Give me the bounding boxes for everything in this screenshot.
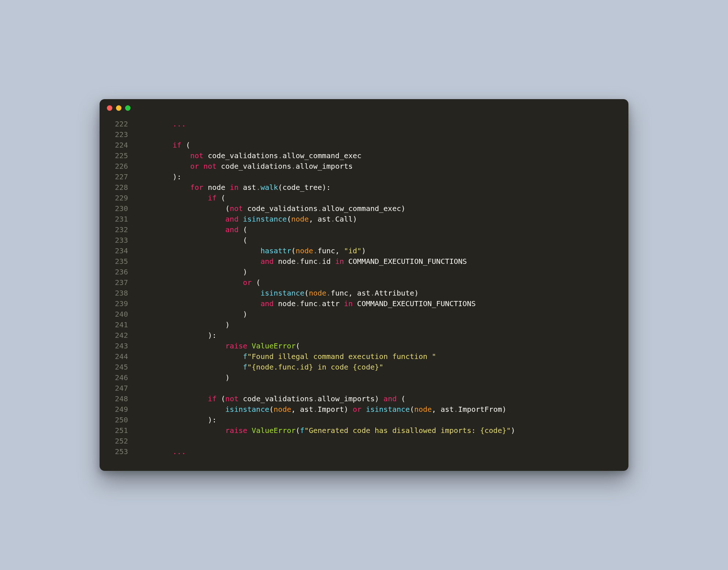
line-number: 243 (106, 341, 138, 351)
token-param: node (309, 289, 326, 297)
line-number: 223 (106, 129, 138, 140)
code-line: 222 ... (106, 119, 618, 129)
token-keyword: in (335, 257, 344, 266)
code-line: 251 raise ValueError(f"Generated code ha… (106, 425, 618, 436)
code-line: 238 isinstance(node.func, ast.Attribute) (106, 288, 618, 298)
window-minimize-icon[interactable] (116, 105, 121, 111)
token-default: ( (305, 289, 309, 297)
token-keyword: if (208, 394, 217, 403)
code-content: ): (138, 330, 618, 341)
token-default (361, 405, 366, 414)
token-class: ValueError (252, 341, 295, 350)
code-content: f"{node.func.id} in code {code}" (138, 362, 618, 372)
token-keyword: and (383, 394, 396, 403)
token-keyword: or (353, 405, 361, 414)
token-dimpunct: . (278, 151, 282, 160)
window-close-icon[interactable] (107, 105, 112, 111)
token-default (138, 299, 260, 308)
code-content (138, 129, 618, 140)
token-default: COMMAND_EXECUTION_FUNCTIONS (353, 299, 476, 308)
line-number: 250 (106, 415, 138, 425)
token-default (138, 151, 190, 160)
code-line: 232 and ( (106, 225, 618, 235)
token-default (138, 447, 173, 456)
code-content: ) (138, 267, 618, 277)
token-default (138, 352, 243, 361)
code-content: isinstance(node, ast.Import) or isinstan… (138, 404, 618, 415)
token-default: func (300, 299, 318, 308)
token-default: func, ast (331, 289, 370, 297)
token-keyword: not (204, 162, 217, 171)
token-string: "Found illegal command execution functio… (247, 352, 436, 361)
token-default (239, 215, 243, 223)
token-builtin: f (243, 352, 247, 361)
token-keyword: if (173, 141, 181, 149)
line-number: 247 (106, 383, 138, 394)
token-default: Call) (335, 215, 357, 223)
code-line: 228 for node in ast.walk(code_tree): (106, 182, 618, 193)
token-default: ( (239, 225, 247, 234)
code-area: 222 ...223 224 if (225 not code_validati… (100, 117, 628, 459)
code-line: 236 ) (106, 267, 618, 277)
token-default: COMMAND_EXECUTION_FUNCTIONS (344, 257, 467, 266)
line-number: 236 (106, 267, 138, 277)
line-number: 227 (106, 172, 138, 182)
code-line: 244 f"Found illegal command execution fu… (106, 351, 618, 362)
token-keyword: not (225, 394, 239, 403)
token-default: ) (138, 373, 230, 382)
token-default (138, 341, 225, 350)
code-line: 248 if (not code_validations.allow_impor… (106, 394, 618, 404)
code-content: for node in ast.walk(code_tree): (138, 182, 618, 193)
token-keyword: and (225, 215, 239, 223)
token-dimpunct: . (313, 246, 318, 255)
token-default (138, 215, 225, 223)
code-content: raise ValueError( (138, 341, 618, 351)
token-keyword: not (190, 151, 204, 160)
code-content: ( (138, 235, 618, 246)
token-builtin: walk (260, 183, 278, 192)
code-content: raise ValueError(f"Generated code has di… (138, 425, 618, 436)
token-dimpunct: . (256, 183, 260, 192)
token-default (138, 246, 260, 255)
code-content: or not code_validations.allow_imports (138, 161, 618, 172)
line-number: 228 (106, 182, 138, 193)
code-content: and node.func.attr in COMMAND_EXECUTION_… (138, 298, 618, 309)
code-line: 224 if ( (106, 140, 618, 151)
token-default: allow_command_exec) (322, 204, 406, 213)
code-content: ) (138, 309, 618, 320)
token-param: node (274, 405, 291, 414)
code-content: ): (138, 415, 618, 425)
token-keyword: raise (225, 426, 247, 435)
line-number: 225 (106, 151, 138, 161)
line-number: 246 (106, 372, 138, 383)
token-param: node (291, 215, 309, 223)
code-content: if ( (138, 140, 618, 151)
window-zoom-icon[interactable] (125, 105, 131, 111)
token-default: node (274, 299, 295, 308)
line-number: 249 (106, 404, 138, 415)
line-number: 235 (106, 256, 138, 267)
token-dimpunct: . (318, 299, 322, 308)
token-default: ( (287, 215, 291, 223)
line-number: 230 (106, 203, 138, 214)
token-string: "id" (344, 246, 361, 255)
token-builtin: isinstance (260, 289, 304, 297)
token-default: ) (511, 426, 515, 435)
code-line: 226 or not code_validations.allow_import… (106, 161, 618, 172)
token-keyword: and (225, 225, 239, 234)
token-default (138, 278, 243, 287)
line-number: 240 (106, 309, 138, 320)
line-number: 252 (106, 436, 138, 446)
code-content: if (not code_validations.allow_imports) … (138, 394, 618, 404)
code-line: 246 ) (106, 372, 618, 383)
token-dimpunct: . (331, 215, 335, 223)
code-line: 237 or ( (106, 277, 618, 288)
token-keyword: or (243, 278, 252, 287)
code-line: 241 ) (106, 320, 618, 330)
token-keyword: or (190, 162, 199, 171)
code-content: ... (138, 446, 618, 457)
code-line: 235 and node.func.id in COMMAND_EXECUTIO… (106, 256, 618, 267)
token-default (138, 183, 190, 192)
token-default: ( (138, 204, 230, 213)
code-line: 252 (106, 436, 618, 446)
